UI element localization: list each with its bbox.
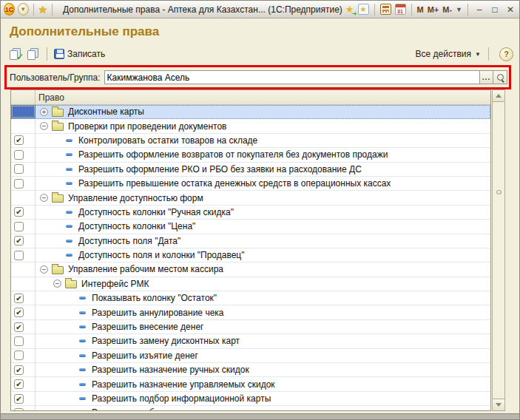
scrollbar-thumb[interactable] [496,190,502,194]
tree-row[interactable]: ✔Разрешить назначение ручных скидок [11,363,490,377]
tree-cell: Разрешить оформление РКО и РБО без заявк… [36,163,490,176]
tree-row[interactable]: Разрешить оформление возвратов от покупа… [11,148,490,162]
leaf-dash-icon [79,368,86,371]
tree-cell: +Дисконтные карты [36,105,490,118]
expand-icon[interactable]: + [40,108,48,116]
add-to-favorites-icon[interactable]: ★ [345,4,354,15]
choose-button[interactable]: ... [479,70,493,84]
collapse-icon[interactable]: − [40,122,48,130]
maximize-button[interactable]: □ [489,4,501,16]
tree-row[interactable]: ✔Контролировать остатки товаров на склад… [11,134,490,148]
leaf-dash-icon [79,383,86,386]
memory-minus-button[interactable]: M- [442,5,452,14]
search-icon [497,74,504,81]
checked-checkbox[interactable]: ✔ [14,294,24,303]
tree-row[interactable]: Разрешить оформление РКО и РБО без заявк… [11,163,490,177]
checkbox-cell[interactable] [11,177,36,190]
calculator-icon[interactable] [380,4,391,15]
checkbox-cell[interactable] [11,220,36,233]
tree-row-label: Разрешить работу с отложенными чеками [92,407,266,411]
collapse-icon[interactable]: − [40,265,48,274]
checkbox-cell[interactable] [11,163,36,176]
tree-row[interactable]: −Интерфейс РМК [11,277,490,291]
unchecked-checkbox[interactable] [14,251,24,260]
checkbox-cell[interactable]: ✔ [11,392,36,405]
all-actions-button[interactable]: Все действия ▼ [413,47,484,61]
tree-row[interactable]: −Управление рабочим местом кассира [11,262,490,277]
search-button[interactable] [493,70,507,84]
window-bottom-edge [1,413,519,419]
checkbox-cell[interactable]: ✔ [11,234,36,248]
open-favorites-icon[interactable]: ★ [358,4,369,15]
checkbox-cell[interactable]: ✔ [11,134,36,147]
checkbox-column-header[interactable] [11,90,36,104]
checkbox-cell[interactable] [11,248,36,262]
tree-row[interactable]: ✔Разрешить аннулирование чека [11,305,490,319]
vertical-scrollbar[interactable] [492,89,505,411]
unchecked-checkbox[interactable] [14,350,24,360]
more-tools-chevron-icon[interactable]: ▼ [456,6,462,13]
tree-row[interactable]: Доступность колонки "Цена" [11,220,490,234]
main-menu-button[interactable]: ▼ [18,3,29,16]
unchecked-checkbox[interactable] [14,179,24,189]
checkbox-cell[interactable] [11,349,36,362]
tree-row[interactable]: Разрешить превышение остатка денежных ср… [11,177,490,191]
unchecked-checkbox[interactable] [14,408,24,411]
close-button[interactable]: ✕ [504,4,516,16]
checkbox-cell[interactable]: ✔ [11,320,36,333]
checkbox-cell[interactable]: ✔ [11,377,36,390]
separator [374,4,375,16]
tree-row[interactable]: ✔Доступность поля "Дата" [11,234,490,248]
save-and-close-button[interactable]: ✓ [7,47,24,61]
tree-row[interactable]: Разрешить работу с отложенными чеками [11,406,490,411]
scroll-down-button[interactable] [492,399,505,411]
calendar-icon[interactable]: 31 [395,4,406,15]
checked-checkbox[interactable]: ✔ [14,394,24,404]
checked-checkbox[interactable]: ✔ [14,379,24,389]
unchecked-checkbox[interactable] [14,222,24,231]
tree-row[interactable]: ✔Доступность колонки "Ручная скидка" [11,206,490,220]
tree-cell: Разрешить изъятие денег [36,349,490,362]
scrollbar-track[interactable] [493,101,504,399]
save-button[interactable]: Записать [52,48,107,60]
unchecked-checkbox[interactable] [14,164,24,174]
tree-row[interactable]: ✔Разрешить подбор информационной карты [11,392,490,406]
checked-checkbox[interactable]: ✔ [14,365,24,375]
unchecked-checkbox[interactable] [14,150,24,160]
tree-row[interactable]: ✔Разрешить внесение денег [11,320,490,334]
tree-row[interactable]: Разрешить замену дисконтных карт [11,334,490,348]
help-button[interactable]: ? [499,47,513,61]
checkbox-cell[interactable] [11,148,36,161]
checked-checkbox[interactable]: ✔ [14,236,24,245]
checkbox-cell[interactable]: ✔ [11,305,36,319]
collapse-icon[interactable]: − [53,280,61,288]
scroll-up-button[interactable] [492,89,505,102]
user-group-input[interactable] [104,70,479,84]
unchecked-checkbox[interactable] [14,336,24,346]
leaf-dash-icon [66,168,72,171]
checked-checkbox[interactable]: ✔ [14,207,24,217]
memory-plus-button[interactable]: M+ [428,5,439,14]
checkbox-cell[interactable]: ✔ [11,206,36,219]
tree-row[interactable]: ✔Разрешить назначение управляемых скидок [11,377,490,391]
minimize-button[interactable]: – [473,4,485,16]
tree-row[interactable]: ✔Показывать колонку "Остаток" [11,291,490,305]
tree-row[interactable]: −Проверки при проведении документов [11,119,490,133]
checked-checkbox[interactable]: ✔ [14,308,24,317]
tree-row[interactable]: Доступность поля и колонки "Продавец" [11,248,490,262]
memory-button[interactable]: M [417,5,424,14]
reread-button[interactable] [24,47,42,61]
checkbox-cell[interactable] [11,334,36,348]
checkbox-cell[interactable]: ✔ [11,363,36,376]
checkbox-cell[interactable]: ✔ [11,291,36,305]
collapse-icon[interactable]: − [40,194,48,202]
checked-checkbox[interactable]: ✔ [14,322,24,332]
tree-row-label: Разрешить подбор информационной карты [92,393,271,404]
tree-row[interactable]: −Управление доступностью форм [11,191,490,205]
checked-checkbox[interactable]: ✔ [14,135,24,145]
favorites-star-icon[interactable]: ★ [38,4,48,16]
tree-row[interactable]: +Дисконтные карты [11,105,490,119]
tree-row[interactable]: Разрешить изъятие денег [11,349,490,363]
checkbox-cell[interactable] [11,406,36,411]
pravo-column-header[interactable]: Право [36,90,490,104]
